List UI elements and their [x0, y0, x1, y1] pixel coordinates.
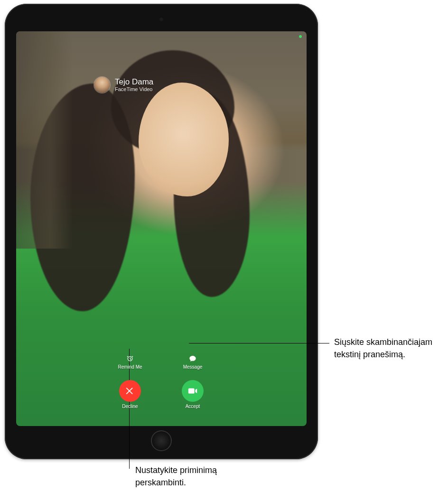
- remind-me-button[interactable]: Remind Me: [118, 355, 142, 370]
- alarm-icon: [126, 355, 134, 362]
- message-icon: [189, 355, 196, 362]
- caller-subtitle: FaceTime Video: [115, 86, 153, 92]
- decline-button[interactable]: Decline: [119, 380, 141, 409]
- callout-leader-line: [189, 343, 329, 343]
- close-icon: [125, 386, 135, 396]
- message-button[interactable]: Message: [183, 355, 203, 370]
- accept-circle: [182, 380, 204, 402]
- accept-label: Accept: [186, 404, 200, 409]
- video-icon: [187, 386, 198, 396]
- front-camera-dot: [159, 17, 164, 22]
- caller-avatar: [94, 77, 110, 93]
- decline-label: Decline: [122, 404, 138, 409]
- decline-circle: [119, 380, 141, 402]
- caller-face-placeholder: [139, 83, 229, 196]
- callout-message-text: Siųskite skambinančiajam tekstinį praneš…: [334, 336, 443, 361]
- caller-header: Tejo Dama FaceTime Video: [94, 77, 153, 93]
- ipad-device-frame: Tejo Dama FaceTime Video Remind Me Messa…: [5, 4, 318, 459]
- camera-active-indicator: [299, 35, 302, 38]
- call-controls: Remind Me Message Decline Accept: [99, 355, 224, 409]
- message-label: Message: [183, 364, 203, 370]
- facetime-incoming-call-screen: Tejo Dama FaceTime Video Remind Me Messa…: [16, 31, 307, 426]
- caller-name: Tejo Dama: [115, 78, 153, 87]
- remind-me-label: Remind Me: [118, 364, 142, 370]
- callout-remind-text: Nustatykite priminimą perskambinti.: [135, 464, 268, 489]
- accept-button[interactable]: Accept: [182, 380, 204, 409]
- home-button[interactable]: [151, 430, 172, 451]
